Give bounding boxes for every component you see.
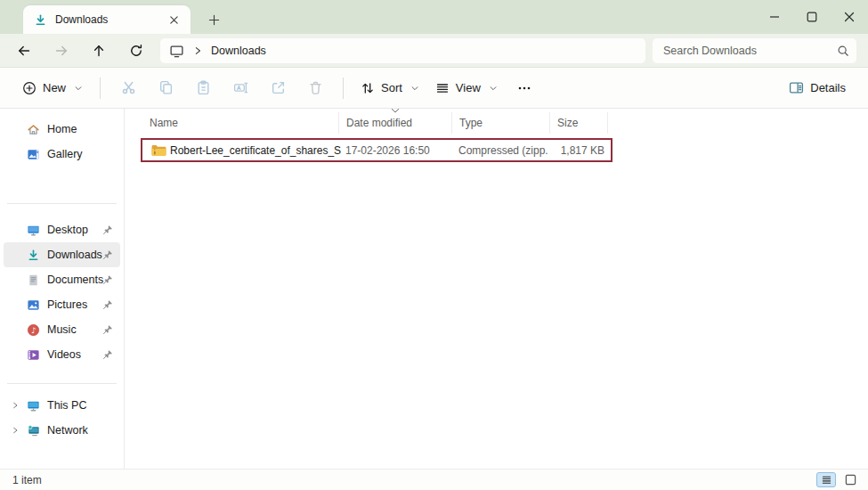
file-row-highlighted[interactable]: Robert-Lee_certificate_of_shares_SA-006_… <box>141 138 612 162</box>
tab-downloads[interactable]: Downloads <box>23 5 191 34</box>
toolbar-divider <box>343 78 344 99</box>
pin-icon <box>102 349 113 360</box>
pin-icon <box>102 249 113 260</box>
details-pane-icon <box>789 80 804 95</box>
copy-icon[interactable] <box>150 74 182 102</box>
more-options-icon[interactable] <box>508 74 540 102</box>
paste-icon[interactable] <box>187 74 219 102</box>
refresh-icon[interactable] <box>121 37 151 64</box>
tab-bar: Downloads <box>0 0 868 34</box>
column-header-name[interactable]: Name <box>126 112 339 134</box>
sidebar-item-network[interactable]: Network <box>4 418 120 443</box>
search-input[interactable] <box>663 45 837 57</box>
chevron-right-icon[interactable] <box>11 426 20 435</box>
rename-icon[interactable] <box>224 74 256 102</box>
sidebar-item-documents[interactable]: Documents <box>4 267 120 292</box>
delete-icon[interactable] <box>299 74 331 102</box>
sidebar: Home Gallery Desktop <box>0 109 125 469</box>
pictures-icon <box>27 298 40 312</box>
pin-icon <box>102 225 113 235</box>
chevron-right-icon[interactable] <box>11 401 20 410</box>
location-monitor-icon <box>169 44 184 59</box>
details-pane-button[interactable]: Details <box>781 75 854 101</box>
view-icon <box>435 81 450 95</box>
sidebar-separator <box>7 383 117 384</box>
column-label: Date modified <box>346 117 412 129</box>
file-list-area: Name Date modified Type Size <box>126 109 868 469</box>
svg-text:♪: ♪ <box>31 325 37 334</box>
pin-icon <box>102 299 113 310</box>
column-header-date-modified[interactable]: Date modified <box>339 112 452 134</box>
sidebar-item-label: Home <box>47 123 113 135</box>
sidebar-item-desktop[interactable]: Desktop <box>4 217 120 242</box>
column-label: Name <box>150 117 178 129</box>
chevron-down-icon <box>489 84 498 93</box>
sidebar-item-downloads[interactable]: Downloads <box>4 242 120 267</box>
column-label: Size <box>557 117 578 129</box>
sidebar-item-home[interactable]: Home <box>4 117 120 142</box>
toolbar-divider <box>100 78 101 99</box>
sidebar-item-music[interactable]: ♪ Music <box>4 317 120 342</box>
cut-icon[interactable] <box>112 74 144 102</box>
window-controls <box>756 0 868 34</box>
sidebar-separator <box>7 203 117 204</box>
explorer-body: Home Gallery Desktop <box>0 109 868 469</box>
minimize-icon[interactable] <box>756 3 793 31</box>
up-icon[interactable] <box>84 37 114 64</box>
music-icon: ♪ <box>27 323 40 337</box>
view-button-label: View <box>456 81 481 94</box>
status-bar: 1 item <box>0 469 868 490</box>
document-icon <box>27 274 40 287</box>
view-button[interactable]: View <box>427 76 506 101</box>
search-icon[interactable] <box>837 45 849 57</box>
navigation-bar: Downloads <box>0 34 868 68</box>
download-icon <box>34 13 47 27</box>
sidebar-item-pictures[interactable]: Pictures <box>4 292 120 317</box>
sort-icon <box>361 81 375 95</box>
sidebar-item-this-pc[interactable]: This PC <box>4 393 120 418</box>
new-tab-icon[interactable] <box>203 9 224 30</box>
sidebar-item-label: Network <box>47 424 113 437</box>
file-date-modified: 17-02-2026 16:50 <box>345 140 452 160</box>
zip-folder-icon <box>151 140 166 160</box>
column-header-type[interactable]: Type <box>452 112 550 134</box>
sidebar-item-videos[interactable]: Videos <box>4 342 120 367</box>
new-button-label: New <box>43 81 66 94</box>
file-name: Robert-Lee_certificate_of_shares_SA-006_ <box>170 140 341 160</box>
tab-close-icon[interactable] <box>166 12 182 28</box>
details-pane-label: Details <box>810 81 846 94</box>
forward-icon[interactable] <box>46 37 77 64</box>
pin-icon <box>102 274 113 285</box>
column-header-size[interactable]: Size <box>550 112 608 134</box>
new-button[interactable]: New <box>14 76 91 101</box>
file-explorer-window: Downloads <box>0 0 868 490</box>
sort-button-label: Sort <box>381 81 402 94</box>
home-icon <box>27 123 40 136</box>
details-view-toggle-icon[interactable] <box>816 472 836 487</box>
column-label: Type <box>459 117 483 129</box>
breadcrumb-chevron-icon <box>193 46 202 55</box>
chevron-down-icon <box>410 84 419 93</box>
desktop-icon <box>27 224 40 237</box>
chevron-down-icon <box>74 84 83 93</box>
computer-icon <box>27 399 40 412</box>
back-icon[interactable] <box>9 37 39 64</box>
sidebar-item-gallery[interactable]: Gallery <box>4 142 120 167</box>
pin-icon <box>102 324 113 335</box>
sidebar-item-label: This PC <box>47 399 113 412</box>
command-toolbar: New Sort <box>0 68 868 109</box>
column-headers: Name Date modified Type Size <box>126 112 608 134</box>
maximize-icon[interactable] <box>793 3 831 31</box>
close-window-icon[interactable] <box>831 3 868 31</box>
videos-icon <box>27 348 40 362</box>
sort-ascending-icon <box>391 108 400 114</box>
sidebar-item-label: Gallery <box>47 148 113 160</box>
address-bar[interactable]: Downloads <box>160 38 645 63</box>
file-size: 1,817 KB <box>520 140 604 160</box>
tab-title: Downloads <box>55 13 166 26</box>
icons-view-toggle-icon[interactable] <box>841 472 859 487</box>
network-icon <box>27 424 40 437</box>
sort-button[interactable]: Sort <box>353 76 427 101</box>
share-icon[interactable] <box>262 74 294 102</box>
breadcrumb[interactable]: Downloads <box>211 45 266 57</box>
